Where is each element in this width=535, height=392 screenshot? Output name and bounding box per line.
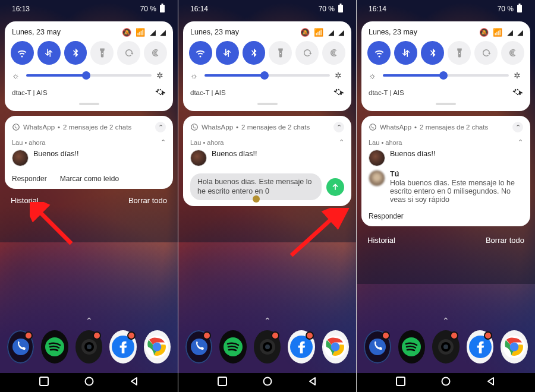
qs-tile-wifi[interactable] [367, 41, 391, 65]
qs-status-icons: 🔕 📶 ◢ ◢ [298, 27, 344, 36]
dock-app-camera[interactable] [254, 330, 281, 363]
svg-point-15 [85, 378, 93, 385]
text-cursor-handle[interactable] [253, 195, 260, 203]
qs-carrier: dtac-T | AIS [190, 89, 226, 96]
nav-home-icon[interactable] [441, 377, 451, 388]
action-mark-read[interactable]: Marcar como leído [60, 175, 119, 183]
notification-card[interactable]: WhatsApp • 2 mensajes de 2 chats ⌃ Lau •… [361, 116, 530, 226]
android-nav-bar [0, 373, 178, 392]
nav-back-icon[interactable] [486, 377, 496, 388]
signal-icon-2: ◢ [338, 28, 344, 37]
notif-time: ahora [385, 139, 402, 146]
nav-recents-icon[interactable] [39, 377, 49, 388]
phone-screen-2: 16:14 70 % Lunes, 23 may 🔕 📶 ◢ ◢ [178, 0, 357, 392]
qs-tile-flashlight[interactable] [448, 41, 471, 65]
qs-tile-data[interactable] [37, 41, 61, 65]
svg-rect-31 [519, 4, 521, 5]
qs-tile-flashlight[interactable] [90, 41, 114, 65]
brightness-slider[interactable] [26, 74, 152, 77]
brightness-low-icon: ☼ [190, 71, 200, 80]
notif-sender: Lau [190, 139, 201, 146]
nav-back-icon[interactable] [130, 377, 139, 388]
notif-sender: Lau [12, 139, 23, 146]
footer-history[interactable]: Historial [11, 196, 39, 205]
dock-app-chrome[interactable] [501, 330, 528, 363]
qs-drag-handle[interactable] [79, 103, 99, 105]
qs-tile-autorotate[interactable] [295, 41, 319, 65]
qs-drag-handle[interactable] [257, 103, 278, 105]
dock-app-camera[interactable] [432, 330, 460, 363]
dock-app-phone-folder[interactable] [7, 330, 34, 363]
qs-tile-data[interactable] [394, 41, 417, 65]
dnd-icon: 🔕 [300, 28, 310, 37]
nav-back-icon[interactable] [308, 377, 317, 388]
status-clock: 16:14 [369, 5, 386, 13]
dock-app-facebook[interactable] [467, 330, 494, 363]
dock-app-facebook[interactable] [288, 330, 314, 363]
svg-rect-1 [162, 4, 163, 5]
qs-tile-data[interactable] [216, 41, 239, 65]
shade-pull-caret-icon[interactable]: ⌃ [264, 316, 271, 325]
settings-gear-icon[interactable] [154, 86, 166, 99]
nav-recents-icon[interactable] [218, 377, 227, 388]
nav-home-icon[interactable] [263, 377, 272, 388]
qs-tile-wifi[interactable] [11, 41, 34, 65]
notification-card[interactable]: WhatsApp • 2 mensajes de 2 chats ⌃ Lau •… [5, 116, 173, 189]
wifi-status-icon: 📶 [136, 28, 145, 37]
status-battery-pct: 70 % [140, 5, 156, 13]
collapse-icon[interactable]: ⌃ [512, 122, 523, 132]
qs-tile-autorotate[interactable] [474, 41, 498, 65]
reply-input[interactable]: Hola buenos dias. Este mensaje lo he esc… [190, 173, 322, 200]
nav-recents-icon[interactable] [396, 377, 405, 388]
notif-message: Buenos días!! [212, 150, 344, 158]
qs-drag-handle[interactable] [436, 103, 456, 105]
dock-app-spotify[interactable] [219, 330, 246, 363]
collapse-icon[interactable]: ⌃ [155, 122, 166, 132]
qs-tile-hotspot[interactable] [322, 41, 345, 65]
collapse-chat-icon[interactable]: ⌃ [339, 138, 344, 146]
collapse-chat-icon[interactable]: ⌃ [160, 138, 166, 146]
shade-pull-caret-icon[interactable]: ⌃ [86, 316, 93, 325]
brightness-slider[interactable] [383, 74, 509, 77]
android-nav-bar [357, 373, 535, 392]
collapse-icon[interactable]: ⌃ [333, 122, 344, 132]
status-clock: 16:14 [190, 5, 208, 13]
qs-tile-autorotate[interactable] [117, 41, 140, 65]
dock-app-phone-folder[interactable] [364, 330, 391, 363]
collapse-chat-icon[interactable]: ⌃ [518, 138, 523, 146]
dock-app-spotify[interactable] [41, 330, 68, 363]
footer-clear-all[interactable]: Borrar todo [128, 196, 167, 205]
footer-history[interactable]: Historial [367, 236, 395, 245]
dock-app-phone-folder[interactable] [185, 330, 212, 363]
status-bar: 16:13 70 % [0, 0, 178, 18]
qs-tile-bluetooth[interactable] [64, 41, 87, 65]
notif-message: Buenos días!! [390, 150, 523, 158]
svg-rect-41 [396, 377, 405, 385]
qs-tile-hotspot[interactable] [144, 41, 167, 65]
footer-clear-all[interactable]: Borrar todo [486, 236, 524, 245]
brightness-slider[interactable] [204, 74, 330, 77]
qs-tile-flashlight[interactable] [269, 41, 292, 65]
qs-tile-bluetooth[interactable] [243, 41, 266, 65]
qs-tile-hotspot[interactable] [501, 41, 524, 65]
notification-card[interactable]: WhatsApp • 2 mensajes de 2 chats ⌃ Lau •… [183, 116, 351, 206]
action-responder[interactable]: Responder [369, 212, 404, 220]
dock-app-chrome[interactable] [144, 330, 171, 363]
quick-settings-panel: Lunes, 23 may 🔕 📶 ◢ ◢ ☼ ✲ dtac-T [361, 21, 530, 111]
settings-gear-icon[interactable] [511, 86, 523, 99]
brightness-auto-icon: ✲ [335, 71, 344, 80]
settings-gear-icon[interactable] [332, 86, 344, 99]
signal-icon-1: ◢ [328, 28, 334, 37]
action-responder[interactable]: Responder [12, 175, 47, 183]
qs-tile-bluetooth[interactable] [421, 41, 444, 65]
dock-app-spotify[interactable] [398, 330, 426, 363]
send-button[interactable] [326, 178, 344, 196]
android-nav-bar [178, 373, 356, 392]
self-avatar [369, 170, 385, 186]
dock-app-facebook[interactable] [109, 330, 136, 363]
qs-tile-wifi[interactable] [189, 41, 212, 65]
nav-home-icon[interactable] [84, 377, 94, 388]
dock-app-chrome[interactable] [322, 330, 349, 363]
dock-app-camera[interactable] [75, 330, 102, 363]
shade-pull-caret-icon[interactable]: ⌃ [442, 316, 449, 325]
